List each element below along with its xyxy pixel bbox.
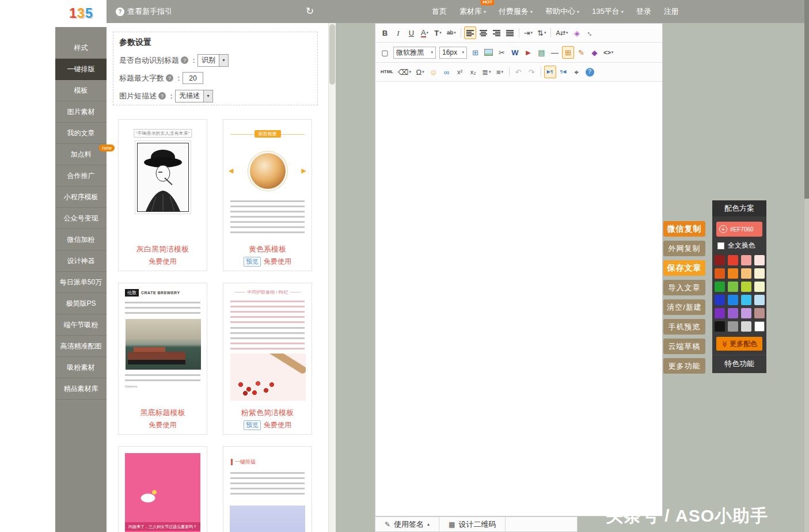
color-swatch[interactable] [741,295,751,305]
app-logo[interactable]: 1 3 5 [55,0,107,27]
title-max-length-input[interactable] [183,72,203,84]
template-card-gray-white-black[interactable]: “不喝香水的女人没有未来” 灰白黑简洁模板 免费使用 [118,119,207,271]
insert-image-button[interactable] [483,46,495,59]
newbie-guide-link[interactable]: ? 查看新手指引 [116,0,172,23]
letter-spacing-button[interactable]: A⇄▾ [554,26,569,39]
align-right-button[interactable] [491,26,503,39]
template-card-pink-illustration[interactable]: 问题来了，三八妇女节过这么重要吗？ [118,446,207,532]
sidebar-item-account-monetize[interactable]: 公众号变现 [55,208,107,229]
new-document-button[interactable]: ▢ [379,46,391,59]
text-format-button[interactable]: T▾ [432,26,444,39]
save-article-button[interactable]: 保存文章 [663,260,705,276]
sidebar-item-my-articles[interactable]: 我的文章 [55,123,107,144]
insert-table-button[interactable]: ⊞ [469,46,481,59]
font-color-button[interactable]: A▾ [419,26,431,39]
preview-link[interactable]: 预览 [244,420,261,430]
nav-home[interactable]: 首页 [432,6,447,17]
html-source-button[interactable]: HTML [379,66,395,78]
find-replace-button[interactable]: ⌖ [571,66,583,78]
horizontal-rule-button[interactable]: — [549,46,561,59]
paragraph-forward-button[interactable]: ▶¶ [544,66,556,78]
color-swatch[interactable] [728,308,738,318]
free-use-link[interactable]: 免费使用 [264,257,291,267]
redo-button[interactable]: ↷ [526,66,538,78]
color-swatch[interactable] [728,255,738,265]
sidebar-item-daily-orders[interactable]: 每日派单50万 [55,272,107,293]
import-word-button[interactable]: W [509,46,521,59]
sidebar-item-dragonboat-fans[interactable]: 端午节吸粉 [55,314,107,336]
help-icon[interactable]: ? [166,74,173,82]
design-qrcode-button[interactable]: ▦ 设计二维码 [439,517,506,531]
undo-button[interactable]: ↶ [512,66,525,78]
nav-help-center[interactable]: 帮助中心▾ [545,6,579,17]
align-center-button[interactable] [477,26,489,39]
align-justify-button[interactable] [504,26,516,39]
cloud-draft-button[interactable]: 云端草稿 [663,339,705,354]
color-swatch[interactable] [728,321,738,332]
preview-link[interactable]: 预览 [244,257,261,267]
color-swatch[interactable] [728,295,738,305]
nav-135-platform[interactable]: 135平台▾ [592,6,624,17]
ordered-list-button[interactable]: ≣▾ [480,66,492,78]
sidebar-item-hd-images[interactable]: 高清精准配图 [55,336,107,357]
italic-button[interactable]: I [392,26,404,39]
superscript-button[interactable]: x² [454,66,466,78]
sidebar-item-design-tool[interactable]: 设计神器 [55,250,107,272]
sidebar-item-premium-library[interactable]: 精品素材库 [55,378,107,400]
color-swatch[interactable] [741,308,751,318]
clear-new-button[interactable]: 清空/新建 [663,299,705,315]
clear-style-button[interactable]: ◈ [571,26,583,39]
color-swatch[interactable] [728,282,738,292]
color-palette-button[interactable]: ◆ [588,46,601,59]
format-eraser-button[interactable]: ⌫▾ [396,66,413,78]
recolor-checkbox[interactable] [717,242,724,249]
free-use-link[interactable]: 免费使用 [264,420,291,430]
underline-button[interactable]: U [405,26,417,39]
sidebar-item-cooperation-promo[interactable]: 合作推广 [55,165,107,187]
help-button[interactable]: ? [584,66,596,78]
sidebar-item-miniprogram-templates[interactable]: 小程序模板 [55,187,107,208]
free-use-link[interactable]: 免费使用 [149,257,177,267]
color-swatch[interactable] [715,282,725,292]
next-arrow-icon[interactable]: ▶ [302,167,306,174]
align-left-button[interactable] [464,26,476,39]
free-use-link[interactable]: 免费使用 [149,420,177,430]
hyperlink-button[interactable]: ∞ [440,66,453,78]
more-colors-button[interactable]: ≫ 更多配色 [716,337,762,351]
help-icon[interactable]: ? [181,56,188,64]
sidebar-item-add-extras[interactable]: 加点料new [55,144,107,165]
color-swatch[interactable] [754,321,765,332]
special-characters-button[interactable]: Ω▾ [414,66,426,78]
more-functions-button[interactable]: 更多功能 [663,358,705,374]
wechat-copy-button[interactable]: 微信复制 [663,221,705,237]
nav-paid-services[interactable]: 付费服务▾ [499,6,533,17]
color-swatch[interactable] [754,255,765,265]
use-signature-button[interactable]: ✎ 使用签名 ▴ [375,517,439,531]
image-description-select[interactable]: 无描述 ▼ [175,90,213,102]
color-swatch[interactable] [741,268,751,279]
color-swatch[interactable] [741,321,751,332]
add-color-icon[interactable]: + [719,225,727,233]
color-swatch[interactable] [715,268,725,279]
font-size-select[interactable]: 16px▾ [439,47,467,59]
color-swatch[interactable] [715,321,725,332]
sidebar-item-image-materials[interactable]: 图片素材 [55,101,107,123]
import-article-button[interactable]: 导入文章 [663,280,705,295]
color-swatch[interactable] [715,308,725,318]
external-copy-button[interactable]: 外网复制 [663,241,705,256]
bold-button[interactable]: B [379,26,391,39]
template-card-black-title[interactable]: 伦敦 CRATE BREWERY hipsters, 黑底标题模板 免费使用 [118,283,207,435]
insert-code-button[interactable]: <>▾ [602,46,615,59]
strikethrough-button[interactable]: ab▾ [445,26,458,39]
sidebar-item-styles[interactable]: 样式 [55,37,107,59]
template-card-pink-purple[interactable]: 中药护眼食物 / 枸杞 粉紫色简洁模板 预览 免费使用 [223,283,312,435]
emoticons-button[interactable]: ☺ [427,66,439,78]
sidebar-item-one-click-layout[interactable]: 一键排版 [55,59,107,80]
nav-register[interactable]: 注册 [664,6,679,17]
color-swatch[interactable] [728,268,738,279]
insert-video-button[interactable]: ▶ [522,46,534,59]
sidebar-item-fan-materials[interactable]: 吸粉素材 [55,357,107,378]
auto-title-select[interactable]: 识别 ▼ [197,54,229,67]
template-card-one-click[interactable]: 一键排版 [223,446,312,532]
color-swatch[interactable] [741,282,751,292]
